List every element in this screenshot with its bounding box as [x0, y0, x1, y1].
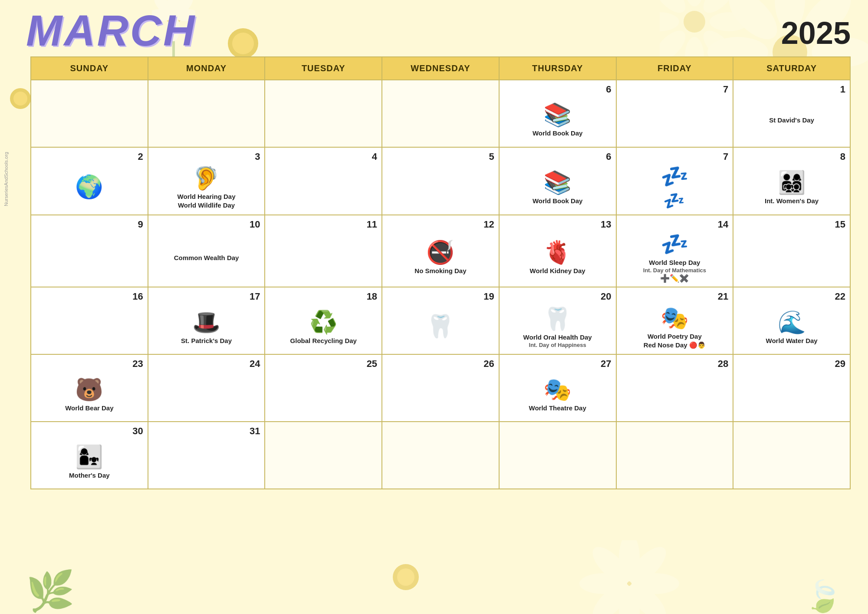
day-number: 2 — [36, 151, 143, 162]
cell-content — [738, 232, 845, 283]
day-header-thursday: THURSDAY — [499, 57, 616, 80]
calendar-cell-5-5 — [616, 422, 733, 489]
event-emoji: 🦷 — [426, 314, 454, 339]
event-emoji: 📚 — [543, 102, 572, 127]
calendar-cell-1-4: 6📚World Book Day — [499, 147, 616, 215]
cell-content — [270, 84, 377, 130]
cell-content — [738, 371, 845, 418]
day-number: 27 — [504, 358, 612, 370]
event-label-0: World Water Day — [766, 337, 818, 345]
cell-content — [621, 97, 729, 143]
calendar-header: MARCH 2025 — [26, 9, 851, 52]
cell-content — [36, 84, 143, 130]
event-label-0: Int. Women's Day — [765, 197, 819, 205]
calendar-cell-3-3: 19🦷 — [382, 287, 499, 354]
svg-point-32 — [623, 541, 672, 590]
day-number: 28 — [621, 358, 729, 370]
calendar-cell-3-0: 16 — [31, 287, 148, 354]
svg-point-34 — [623, 578, 672, 614]
day-number: 3 — [153, 151, 260, 162]
calendar-cell-3-4: 20🦷World Oral Health DayInt. Day of Happ… — [499, 287, 616, 354]
event-emoji: 💤 — [661, 164, 689, 189]
day-number: 29 — [738, 358, 845, 370]
calendar-cell-4-0: 23🐻World Bear Day — [31, 354, 148, 422]
calendar-cell-1-6: 8👨‍👩‍👧‍👦Int. Women's Day — [733, 147, 850, 215]
day-number: 15 — [738, 219, 845, 230]
event-emoji: 👩‍👧 — [75, 445, 103, 469]
cell-content: 💤World Sleep DayInt. Day of Mathematics➕… — [621, 232, 729, 283]
event-emoji: 🎭 — [543, 377, 572, 402]
cell-content: 🎩St. Patrick's Day — [153, 304, 260, 350]
event-emoji: 📚 — [543, 170, 572, 195]
calendar-cell-0-5: 7 — [616, 80, 733, 147]
cell-content: 🐻World Bear Day — [36, 371, 143, 418]
svg-point-38 — [397, 568, 414, 586]
day-number: 22 — [738, 291, 845, 302]
event-label-0: World Book Day — [533, 129, 583, 138]
calendar-week-0: 6📚World Book Day71St David's Day — [31, 80, 850, 147]
event-label-0: Global Recycling Day — [290, 337, 357, 345]
day-number: 8 — [738, 151, 845, 162]
calendar-cell-1-5: 7💤💤 — [616, 147, 733, 215]
day-number: 10 — [153, 219, 260, 230]
event-label-0: World Book Day — [533, 197, 583, 205]
calendar-cell-5-2 — [265, 422, 382, 489]
event-label-0: World Kidney Day — [530, 267, 585, 275]
event-label-2: World Wildlife Day — [178, 201, 235, 210]
calendar-cell-0-0 — [31, 80, 148, 147]
calendar-cell-5-3 — [382, 422, 499, 489]
cell-content: 💤💤 — [621, 164, 729, 211]
day-header-tuesday: TUESDAY — [265, 57, 382, 80]
day-header-sunday: SUNDAY — [31, 57, 148, 80]
day-number: 24 — [153, 358, 260, 370]
calendar-cell-4-2: 25 — [265, 354, 382, 422]
cell-content — [270, 426, 377, 472]
day-number: 7 — [621, 84, 729, 95]
cell-content: ♻️Global Recycling Day — [270, 304, 377, 350]
leaf-decoration-right: 🍃 — [804, 578, 842, 614]
svg-point-26 — [616, 571, 642, 597]
calendar-cell-4-6: 29 — [733, 354, 850, 422]
day-number: 23 — [36, 358, 143, 370]
cell-content: 🫀World Kidney Day — [504, 232, 612, 283]
cell-content — [504, 426, 612, 472]
int-day-math: Int. Day of Mathematics — [643, 267, 706, 274]
day-number: 11 — [270, 219, 377, 230]
cell-content — [270, 371, 377, 418]
day-number: 19 — [387, 291, 494, 302]
event-label-0: Common Wealth Day — [174, 254, 239, 262]
day-number: 26 — [387, 358, 494, 370]
event-emoji: 🦷 — [543, 307, 572, 331]
calendar-cell-4-3: 26 — [382, 354, 499, 422]
day-number: 16 — [36, 291, 143, 302]
cell-content — [36, 232, 143, 283]
cell-content: 🦷 — [387, 304, 494, 350]
calendar-table: SUNDAY MONDAY TUESDAY WEDNESDAY THURSDAY… — [30, 56, 851, 489]
day-number: 14 — [621, 219, 729, 230]
happiness-day: Int. Day of Happiness — [529, 342, 586, 349]
cell-content — [153, 439, 260, 485]
calendar-cell-4-5: 28 — [616, 354, 733, 422]
day-header-wednesday: WEDNESDAY — [382, 57, 499, 80]
calendar-week-2: 910Common Wealth Day1112🚭No Smoking Day1… — [31, 215, 850, 287]
day-number: 4 — [270, 151, 377, 162]
calendar-cell-0-3 — [382, 80, 499, 147]
event-emoji: ♻️ — [309, 310, 338, 335]
day-number: 17 — [153, 291, 260, 302]
event-emoji: 🫀 — [543, 240, 572, 265]
event-label-0: St. Patrick's Day — [181, 337, 232, 345]
calendar-cell-5-4 — [499, 422, 616, 489]
event-label-0: World Theatre Day — [529, 404, 586, 413]
event-emoji: 💤 — [661, 232, 689, 257]
calendar-cell-2-3: 12🚭No Smoking Day — [382, 215, 499, 287]
month-title: MARCH — [26, 9, 196, 52]
day-number: 30 — [36, 426, 143, 437]
calendar-cell-3-6: 22🌊World Water Day — [733, 287, 850, 354]
cell-content: 🚭No Smoking Day — [387, 232, 494, 283]
cell-content: Common Wealth Day — [153, 232, 260, 283]
cell-content: 🦻World Hearing DayWorld Wildlife Day — [153, 164, 260, 211]
event-label: World Hearing Day — [178, 192, 236, 201]
poetry-day: World Poetry Day — [648, 332, 702, 341]
calendar-cell-1-1: 3🦻World Hearing DayWorld Wildlife Day — [148, 147, 265, 215]
calendar-cell-0-6: 1St David's Day — [733, 80, 850, 147]
